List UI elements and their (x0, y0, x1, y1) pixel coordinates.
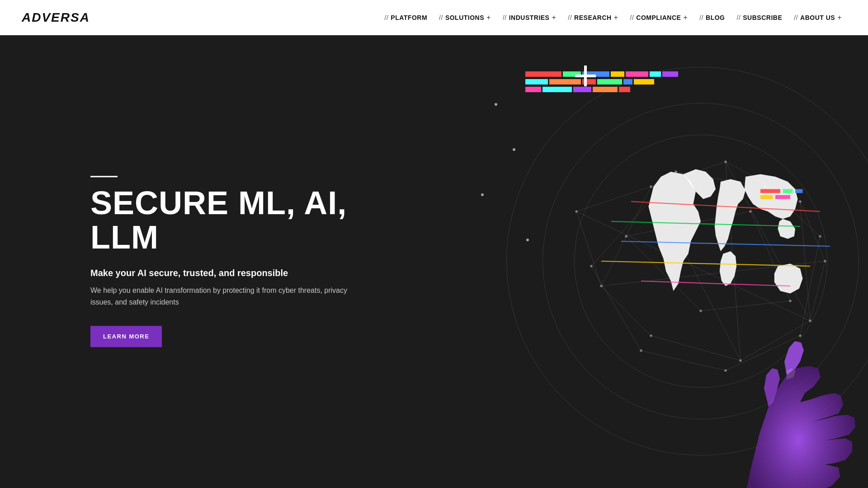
nav-item-solutions[interactable]: //SOLUTIONS+ (434, 11, 495, 24)
svg-point-36 (625, 235, 627, 238)
color-bar (662, 71, 678, 77)
color-bar (626, 71, 648, 77)
nav-plus-icon: + (552, 14, 556, 22)
svg-line-4 (576, 211, 601, 286)
nav-item-compliance[interactable]: //COMPLIANCE+ (626, 11, 693, 24)
hero-line-decoration (90, 176, 118, 177)
color-bar (597, 79, 622, 84)
nav-item-industries[interactable]: //INDUSTRIES+ (498, 11, 561, 24)
svg-point-37 (749, 210, 752, 213)
svg-rect-56 (775, 195, 790, 199)
svg-point-29 (724, 160, 727, 163)
svg-line-23 (591, 266, 641, 351)
dot-decoration (526, 239, 529, 241)
nav-item-label: ABOUT US (800, 14, 835, 21)
color-bar-row-2 (525, 79, 678, 84)
svg-rect-52 (760, 189, 780, 193)
nav-plus-icon: + (683, 14, 688, 22)
svg-marker-59 (863, 470, 868, 488)
nav-slash-icon: // (699, 14, 703, 21)
nav-item-platform[interactable]: //PLATFORM (380, 11, 432, 24)
svg-point-28 (650, 185, 652, 188)
svg-point-32 (600, 285, 603, 287)
svg-rect-55 (760, 195, 773, 199)
nav-slash-icon: // (439, 14, 443, 21)
nav-plus-icon: + (837, 14, 842, 22)
svg-line-5 (601, 286, 651, 336)
nav-item-label: SOLUTIONS (445, 14, 484, 21)
nav-plus-icon: + (486, 14, 491, 22)
svg-line-51 (641, 281, 790, 286)
color-bars-decoration (525, 71, 678, 92)
color-bar-row-3 (525, 87, 678, 92)
svg-rect-53 (783, 189, 793, 193)
learn-more-button[interactable]: LEARN MORE (90, 326, 162, 347)
site-logo[interactable]: ADVERSA (22, 10, 90, 25)
svg-point-43 (819, 235, 821, 238)
color-bar (650, 71, 661, 77)
color-bar (542, 87, 572, 92)
svg-point-44 (640, 349, 642, 352)
main-nav: //PLATFORM//SOLUTIONS+//INDUSTRIES+//RES… (380, 11, 846, 24)
nav-item-label: SUBSCRIBE (743, 14, 782, 21)
nav-slash-icon: // (385, 14, 389, 21)
nav-item-blog[interactable]: //BLOG (695, 11, 729, 24)
color-bar-row-1 (525, 71, 678, 77)
color-bar (525, 71, 561, 77)
hero-subtitle: Make your AI secure, trusted, and respon… (90, 268, 362, 279)
hero-content: SECURE ML, AI, LLM Make your AI secure, … (90, 176, 362, 347)
svg-line-0 (576, 187, 651, 211)
nav-plus-icon: + (614, 14, 618, 22)
color-bar (619, 87, 630, 92)
nav-item-label: BLOG (706, 14, 725, 21)
dot-decoration (495, 103, 497, 106)
nav-item-label: COMPLIANCE (636, 14, 681, 21)
nav-slash-icon: // (568, 14, 572, 21)
svg-point-27 (575, 210, 578, 213)
nav-slash-icon: // (630, 14, 634, 21)
nav-item-label: PLATFORM (391, 14, 427, 21)
hero-title: SECURE ML, AI, LLM (90, 186, 362, 254)
color-bar (525, 79, 548, 84)
nav-item-label: INDUSTRIES (509, 14, 550, 21)
purple-hand-decoration (651, 298, 868, 488)
svg-rect-54 (795, 189, 803, 193)
svg-point-30 (799, 200, 802, 203)
svg-line-48 (611, 221, 800, 226)
nav-item-subscribe[interactable]: //SUBSCRIBE (732, 11, 787, 24)
color-bar (623, 79, 632, 84)
color-bar (611, 71, 624, 77)
dot-decoration (513, 148, 515, 151)
svg-rect-58 (575, 75, 596, 77)
nav-slash-icon: // (794, 14, 798, 21)
color-bar (634, 79, 654, 84)
nav-slash-icon: // (503, 14, 507, 21)
color-bar (525, 87, 541, 92)
svg-point-31 (824, 260, 826, 263)
site-header: ADVERSA //PLATFORM//SOLUTIONS+//INDUSTRI… (0, 0, 868, 35)
hero-description: We help you enable AI transformation by … (90, 285, 362, 308)
cross-decoration (574, 65, 597, 92)
svg-point-42 (590, 265, 593, 267)
hero-section: SECURE ML, AI, LLM Make your AI secure, … (0, 35, 868, 488)
nav-item-about-us[interactable]: //ABOUT US+ (789, 11, 846, 24)
nav-item-label: RESEARCH (574, 14, 612, 21)
nav-slash-icon: // (737, 14, 741, 21)
nav-item-research[interactable]: //RESEARCH+ (563, 11, 623, 24)
dot-decoration (481, 193, 484, 196)
